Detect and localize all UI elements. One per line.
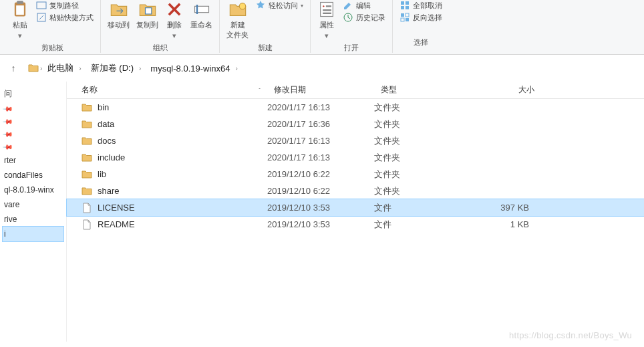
pin-icon: 📌 — [3, 128, 13, 139]
delete-button[interactable]: 删除 ▾ — [165, 0, 184, 40]
table-row[interactable]: docs2020/1/17 16:13文件夹 — [67, 132, 644, 149]
table-row[interactable]: lib2019/12/10 6:22文件夹 — [67, 166, 644, 183]
move-icon — [110, 0, 128, 19]
svg-rect-5 — [145, 8, 151, 14]
properties-button[interactable]: 属性 ▾ — [317, 0, 336, 40]
sidebar-item[interactable]: rter — [3, 153, 63, 168]
copy-path-button[interactable]: 复制路径 — [36, 0, 79, 11]
sidebar-item[interactable]: condaFiles — [3, 168, 63, 183]
sidebar-item[interactable]: 问 — [3, 86, 63, 102]
sidebar-item-label: rter — [4, 156, 16, 165]
new-folder-icon — [228, 0, 247, 19]
file-date: 2020/1/17 16:13 — [267, 102, 374, 112]
sidebar-item[interactable]: 📌 — [3, 102, 63, 115]
svg-rect-18 — [406, 6, 409, 9]
rename-button[interactable]: 重命名 — [190, 0, 212, 30]
paste-button[interactable]: 粘贴 ▾ — [11, 0, 29, 40]
svg-point-8 — [239, 3, 245, 9]
folder-icon — [82, 136, 92, 146]
paste-shortcut-button[interactable]: 粘贴快捷方式 — [36, 12, 94, 23]
file-name: docs — [98, 136, 116, 146]
file-date: 2020/1/17 16:13 — [267, 152, 374, 162]
chevron-right-icon: › — [138, 65, 142, 72]
sidebar-item-label: rive — [4, 215, 17, 224]
sidebar-item[interactable]: 📌 — [3, 128, 63, 140]
new-folder-button[interactable]: 新建 文件夹 — [226, 0, 249, 40]
table-row[interactable]: README2019/12/10 3:53文件1 KB — [67, 216, 644, 233]
easy-access-button[interactable]: 轻松访问 ▾ — [255, 0, 303, 11]
table-row[interactable]: LICENSE2019/12/10 3:53文件397 KB — [67, 199, 644, 216]
file-name: include — [98, 152, 125, 162]
breadcrumb-segment[interactable]: 此电脑› — [43, 61, 86, 76]
sidebar-item-label: 问 — [4, 88, 12, 100]
svg-rect-1 — [17, 1, 23, 4]
table-row[interactable]: data2020/1/17 16:36文件夹 — [67, 116, 644, 132]
sidebar-item[interactable]: rive — [3, 212, 63, 227]
history-icon — [343, 12, 353, 23]
table-row[interactable]: share2019/12/10 6:22文件夹 — [67, 183, 644, 199]
ribbon-group-open: 属性 ▾ 编辑 历史记录 打开 — [311, 0, 393, 53]
ribbon-group-select: 全部取消 反向选择 选择 — [393, 0, 449, 53]
file-name: share — [98, 186, 120, 196]
select-all-icon — [399, 0, 410, 11]
sidebar-item[interactable]: ql-8.0.19-winx — [3, 183, 63, 197]
invert-icon — [399, 12, 410, 23]
svg-rect-21 — [406, 13, 409, 17]
sidebar-item[interactable]: i — [3, 227, 63, 241]
file-size: 397 KB — [461, 203, 541, 213]
column-header-date[interactable]: 修改日期 — [267, 84, 374, 96]
breadcrumb-segment[interactable]: 新加卷 (D:)› — [87, 61, 147, 76]
file-date: 2019/12/10 6:22 — [267, 186, 374, 196]
edit-button[interactable]: 编辑 — [343, 0, 371, 11]
table-row[interactable]: include2020/1/17 16:13文件夹 — [67, 149, 644, 166]
file-type: 文件夹 — [374, 152, 461, 164]
ribbon-group-label: 选择 — [414, 37, 428, 47]
shortcut-icon — [36, 12, 47, 23]
chevron-down-icon: ▾ — [325, 31, 329, 40]
file-date: 2019/12/10 3:53 — [267, 219, 374, 229]
file-name: lib — [98, 169, 106, 179]
sidebar-item-label: i — [4, 229, 6, 239]
select-all-button[interactable]: 全部取消 — [399, 0, 442, 11]
ribbon-group-organize: 移动到 复制到 删除 ▾ 重命名 组织 — [101, 0, 220, 53]
sidebar-item[interactable]: 📌 — [3, 140, 63, 153]
up-button[interactable]: ↑ — [5, 60, 21, 76]
svg-rect-19 — [401, 13, 404, 17]
file-date: 2020/1/17 16:13 — [267, 136, 374, 146]
svg-rect-20 — [406, 18, 409, 21]
copy-to-button[interactable]: 复制到 — [136, 0, 158, 30]
breadcrumb-segment[interactable]: mysql-8.0.19-winx64› — [146, 62, 243, 75]
file-date: 2020/1/17 16:36 — [267, 119, 374, 129]
chevron-right-icon: › — [39, 65, 43, 72]
history-button[interactable]: 历史记录 — [343, 12, 385, 23]
file-name: LICENSE — [98, 203, 135, 213]
column-header-size[interactable]: 大小 — [461, 84, 541, 96]
svg-rect-2 — [16, 5, 24, 15]
column-header-type[interactable]: 类型 — [374, 84, 461, 96]
file-date: 2019/12/10 6:22 — [267, 169, 374, 179]
sidebar-item-label: vare — [4, 200, 19, 209]
sidebar-item[interactable]: vare — [3, 197, 63, 212]
file-name: README — [98, 219, 135, 229]
svg-rect-22 — [401, 18, 404, 21]
sidebar-item[interactable]: 📌 — [3, 115, 63, 128]
navigation-pane[interactable]: 问📌📌📌📌rtercondaFilesql-8.0.19-winxvareriv… — [0, 82, 67, 342]
column-header-name[interactable]: 名称 ˆ — [67, 84, 267, 96]
sidebar-item-label: ql-8.0.19-winx — [4, 185, 54, 195]
rename-icon — [192, 0, 211, 19]
svg-rect-3 — [37, 2, 46, 9]
edit-icon — [343, 0, 353, 11]
folder-icon — [82, 152, 92, 163]
ribbon-group-label: 组织 — [153, 43, 168, 53]
sort-caret-icon: ˆ — [259, 87, 261, 93]
move-to-button[interactable]: 移动到 — [108, 0, 130, 30]
file-type: 文件夹 — [374, 168, 461, 181]
svg-rect-16 — [406, 1, 409, 5]
table-row[interactable]: bin2020/1/17 16:13文件夹 — [67, 99, 644, 116]
file-name: bin — [98, 102, 109, 112]
file-type: 文件夹 — [374, 185, 461, 197]
invert-selection-button[interactable]: 反向选择 — [399, 12, 442, 23]
file-list: 名称 ˆ 修改日期 类型 大小 bin2020/1/17 16:13文件夹dat… — [67, 82, 644, 342]
pin-icon: 📌 — [3, 116, 13, 126]
chevron-right-icon: › — [234, 65, 239, 72]
